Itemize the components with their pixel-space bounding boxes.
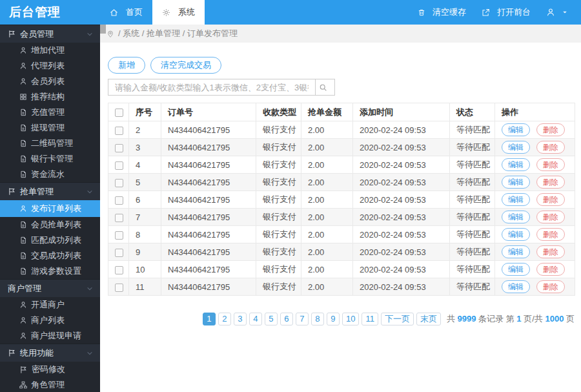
sidebar-item[interactable]: 代理列表 [0,58,100,74]
user-menu[interactable] [546,8,572,17]
select-all-checkbox[interactable] [115,108,123,117]
search-input[interactable] [108,79,316,96]
cell-order-no: N434406421795 [161,191,256,209]
chevron-down-icon [86,285,94,293]
page-button[interactable]: 4 [249,313,262,325]
page-button[interactable]: 8 [311,313,324,325]
topbar-action[interactable]: 清空缓存 [418,6,466,18]
row-checkbox[interactable] [115,161,123,170]
edit-button[interactable]: 编辑 [502,193,530,206]
sidebar-item[interactable]: 密码修改 [0,362,100,377]
user-icon [19,46,27,54]
cell-pay-type: 银行支付 [256,209,301,226]
file-icon [19,155,27,163]
edit-button[interactable]: 编辑 [502,176,530,189]
page-button[interactable]: 5 [265,313,278,325]
sidebar-item[interactable]: 统用功能 [0,344,100,362]
cell-status: 等待匹配 [450,156,495,174]
delete-button[interactable]: 删除 [536,245,565,258]
row-checkbox[interactable] [115,249,123,257]
edit-button[interactable]: 编辑 [502,141,530,154]
edit-button[interactable]: 编辑 [502,158,530,171]
topbar-action[interactable]: 打开前台 [482,6,531,18]
sidebar-item[interactable]: 增加代理 [0,43,100,58]
cell-amount: 2.00 [301,174,353,191]
cell-amount: 2.00 [301,121,353,139]
page-button[interactable]: 7 [296,313,309,325]
sidebar-item[interactable]: 商户提现申请 [0,328,100,344]
delete-button[interactable]: 删除 [536,123,565,136]
edit-button[interactable]: 编辑 [502,245,530,258]
row-checkbox[interactable] [115,127,123,135]
delete-button[interactable]: 删除 [536,141,565,154]
file-icon [19,236,27,244]
edit-button[interactable]: 编辑 [502,123,530,136]
row-checkbox[interactable] [115,284,123,292]
sidebar-item[interactable]: 充值管理 [0,105,100,120]
delete-button[interactable]: 删除 [536,263,565,276]
tab[interactable]: 系统 [152,0,205,25]
sidebar-item[interactable]: 会员抢单列表 [0,217,100,232]
sidebar-item[interactable]: 匹配成功列表 [0,232,100,248]
delete-button[interactable]: 删除 [536,280,565,293]
delete-button[interactable]: 删除 [536,176,565,189]
orders-table: 序号订单号收款类型抢单金额添加时间状态操作 2 N434406421795 银行… [108,103,575,296]
row-checkbox[interactable] [115,231,123,240]
sidebar-item-label: 提现管理 [31,122,65,134]
edit-button[interactable]: 编辑 [502,280,530,293]
edit-button[interactable]: 编辑 [502,211,530,223]
page-button[interactable]: 2 [218,313,231,325]
page-button[interactable]: 9 [327,313,340,325]
table-row: 7 N434406421795 银行支付 2.00 2020-02-24 09:… [108,209,575,226]
sidebar-item[interactable]: 提现管理 [0,120,100,136]
page-button[interactable]: 1 [203,313,216,325]
flag-icon [8,187,16,196]
page-button[interactable]: 10 [342,313,359,325]
page-button[interactable]: 3 [234,313,247,325]
pin-icon [107,30,114,38]
delete-button[interactable]: 删除 [536,158,565,171]
sidebar-item-label: 密码修改 [32,364,65,375]
cell-actions: 编辑 删除 [495,121,575,139]
page-button[interactable]: 末页 [416,313,441,325]
sidebar-item[interactable]: 角色管理 [0,377,100,392]
sidebar-item[interactable]: 推荐结构 [0,89,100,105]
page-button[interactable]: 6 [280,313,293,325]
sidebar-item[interactable]: 商户列表 [0,313,100,328]
edit-button[interactable]: 编辑 [502,263,530,276]
delete-button[interactable]: 删除 [536,211,565,223]
records-summary-part: 页/共 [524,314,543,324]
sidebar-item[interactable]: 交易成功列表 [0,248,100,263]
sidebar-item-label: 商户管理 [8,283,41,294]
page-button[interactable]: 11 [362,313,378,325]
add-button[interactable]: 新增 [108,57,145,74]
sidebar-item[interactable]: 会员列表 [0,74,100,89]
cell-pay-type: 银行支付 [256,191,301,209]
delete-button[interactable]: 删除 [536,228,565,241]
search-button[interactable] [316,79,335,96]
sidebar-item[interactable]: 二维码管理 [0,136,100,151]
edit-button[interactable]: 编辑 [502,228,530,241]
clear-completed-button[interactable]: 清空完成交易 [150,57,221,74]
table-row: 8 N434406421795 银行支付 2.00 2020-02-24 09:… [108,226,575,243]
delete-button[interactable]: 删除 [536,193,565,206]
file-icon [19,108,27,116]
sidebar-item[interactable]: 商户管理 [0,279,100,297]
page-button[interactable]: 下一页 [381,313,414,325]
sidebar-item[interactable]: 抢单管理 [0,182,100,200]
row-checkbox[interactable] [115,266,123,274]
row-checkbox[interactable] [115,144,123,152]
sidebar-item[interactable]: 游戏参数设置 [0,263,100,279]
sidebar-item[interactable]: 开通商户 [0,297,100,313]
row-checkbox[interactable] [115,179,123,187]
cell-amount: 2.00 [301,243,353,261]
cell-seq: 11 [129,278,161,296]
cell-actions: 编辑 删除 [495,174,575,191]
tab[interactable]: 首页 [100,0,152,25]
row-checkbox[interactable] [115,196,123,205]
sidebar-item[interactable]: 会员管理 [0,25,100,43]
row-checkbox[interactable] [115,214,123,222]
sidebar-item[interactable]: 资金流水 [0,167,100,182]
sidebar-item[interactable]: 银行卡管理 [0,151,100,167]
sidebar-item[interactable]: 发布订单列表 [0,200,100,217]
